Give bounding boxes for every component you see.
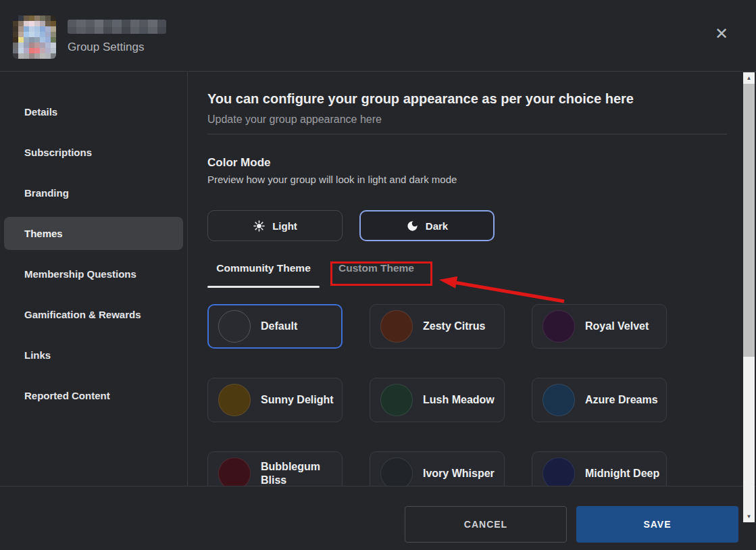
theme-swatch-lush-meadow (380, 384, 413, 416)
section-divider (207, 134, 727, 134)
theme-card-lush-meadow[interactable]: Lush Meadow (370, 378, 505, 422)
sun-icon (253, 220, 266, 232)
community-theme-grid: Default Zesty Citrus Royal Velvet Sunny … (207, 304, 727, 486)
themes-panel: You can configure your group appearance … (188, 72, 743, 486)
active-tab-underline (207, 286, 320, 288)
theme-swatch-default (218, 310, 251, 343)
theme-swatch-midnight-deep (543, 457, 575, 486)
theme-name: Zesty Citrus (423, 320, 485, 333)
theme-card-midnight-deep[interactable]: Midnight Deep (532, 451, 667, 486)
light-mode-button[interactable]: Light (207, 210, 343, 241)
theme-swatch-sunny-delight (218, 384, 251, 416)
theme-name: Ivory Whisper (423, 467, 495, 480)
theme-card-zesty-citrus[interactable]: Zesty Citrus (370, 304, 505, 349)
tab-community-theme[interactable]: Community Theme (207, 262, 320, 288)
scroll-down-arrow-icon[interactable]: ▼ (743, 511, 755, 522)
panel-heading: You can configure your group appearance … (207, 91, 727, 107)
settings-sidebar: Details Subscriptions Branding Themes Me… (0, 72, 188, 486)
group-avatar (13, 16, 56, 59)
scrollbar-thumb[interactable] (743, 84, 755, 357)
theme-tabs: Community Theme Custom Theme (207, 262, 727, 288)
theme-card-bubblegum-bliss[interactable]: Bubblegum Bliss (207, 451, 343, 486)
scroll-up-arrow-icon[interactable]: ▲ (743, 72, 755, 84)
light-mode-label: Light (272, 220, 297, 232)
theme-name: Lush Meadow (423, 393, 495, 407)
theme-name: Midnight Deep (585, 467, 659, 480)
vertical-scrollbar[interactable]: ▲ ▼ (743, 72, 755, 522)
color-mode-title: Color Mode (207, 156, 727, 170)
sidebar-item-themes[interactable]: Themes (4, 217, 183, 250)
dark-mode-label: Dark (426, 220, 448, 232)
group-name-blur-mosaic (68, 20, 166, 34)
theme-swatch-bubblegum-bliss (218, 457, 251, 486)
theme-name: Royal Velvet (585, 320, 649, 333)
tab-custom-theme-label: Custom Theme (338, 262, 414, 274)
theme-name: Azure Dreams (585, 393, 658, 407)
sidebar-item-subscriptions[interactable]: Subscriptions (4, 136, 183, 169)
save-button[interactable]: SAVE (576, 506, 738, 543)
theme-swatch-azure-dreams (543, 384, 575, 416)
theme-card-azure-dreams[interactable]: Azure Dreams (532, 378, 667, 422)
theme-card-royal-velvet[interactable]: Royal Velvet (532, 304, 667, 349)
dark-mode-button[interactable]: Dark (359, 210, 495, 241)
dialog-footer: CANCEL SAVE (0, 486, 756, 550)
theme-name: Sunny Delight (261, 393, 334, 407)
theme-card-ivory-whisper[interactable]: Ivory Whisper (370, 451, 505, 486)
sidebar-item-gamification-rewards[interactable]: Gamification & Rewards (4, 298, 183, 331)
tab-custom-theme[interactable]: Custom Theme (320, 262, 433, 288)
color-mode-description: Preview how your group will look in ligh… (207, 174, 727, 186)
dialog-header: Group Settings ✕ (0, 0, 756, 72)
sidebar-item-reported-content[interactable]: Reported Content (4, 379, 183, 412)
close-icon[interactable]: ✕ (711, 23, 732, 45)
theme-card-sunny-delight[interactable]: Sunny Delight (207, 378, 343, 422)
group-settings-dialog: Group Settings ✕ Details Subscriptions B… (0, 0, 756, 550)
dialog-title: Group Settings (68, 41, 144, 54)
group-name-redacted (68, 20, 166, 34)
tab-community-theme-label: Community Theme (216, 262, 311, 274)
panel-subheading: Update your group appearance here (207, 113, 727, 126)
sidebar-item-membership-questions[interactable]: Membership Questions (4, 257, 183, 291)
theme-swatch-zesty-citrus (380, 310, 413, 343)
moon-icon (406, 220, 419, 232)
color-mode-options: Light Dark (207, 210, 727, 241)
theme-swatch-ivory-whisper (380, 457, 413, 486)
sidebar-item-links[interactable]: Links (4, 339, 183, 372)
theme-name: Default (261, 320, 297, 333)
sidebar-item-details[interactable]: Details (4, 95, 183, 128)
theme-name: Bubblegum Bliss (261, 460, 336, 486)
cancel-button[interactable]: CANCEL (405, 506, 567, 543)
group-avatar-image (13, 16, 56, 59)
sidebar-item-branding[interactable]: Branding (4, 176, 183, 209)
theme-swatch-royal-velvet (543, 310, 575, 343)
theme-card-default[interactable]: Default (207, 304, 343, 349)
